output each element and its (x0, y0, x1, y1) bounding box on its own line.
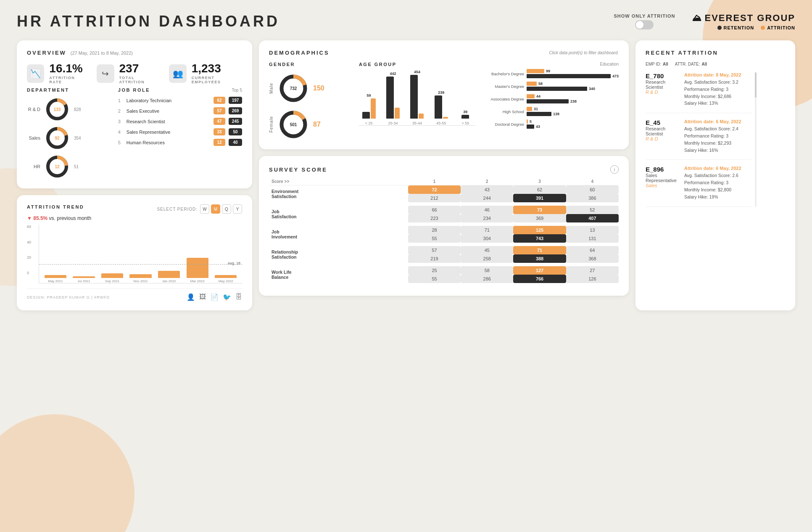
emp-role: Research Scientist (646, 126, 679, 136)
age-25-34: 442 25-34 (383, 71, 403, 125)
footer-icons: 👤 🖼 📄 🐦 🗄 (187, 293, 242, 301)
dept-sales-donut: 92 (45, 125, 70, 151)
survey-cell-total: 219 (408, 254, 461, 263)
y-0: 0 (27, 271, 31, 275)
edu-associates-label: Associates Degree (482, 97, 524, 101)
edu-bachelors-label: Bachelor's Degree (482, 71, 524, 76)
attr-income: Monthly Income: $2,686 (684, 93, 751, 100)
image-icon[interactable]: 🖼 (199, 293, 206, 301)
male-donut: 732 (278, 73, 309, 104)
period-y[interactable]: Y (233, 204, 242, 214)
survey-cell-total: 743 (513, 234, 566, 243)
attrition-toggle[interactable] (635, 20, 654, 29)
edu-associates-dark-bar (527, 99, 569, 103)
age-35-44: 454 35-44 (407, 70, 427, 125)
attrition-list: E_780 Research Scientist R & D Attrition… (646, 72, 753, 207)
legend-retention: RETENTION (717, 25, 754, 30)
attrition-rate-values: 16.1% ATTRITION RATE (49, 63, 87, 84)
total-attrition-value: 237 (119, 63, 159, 74)
edu-highschool-orange-row: 31 (527, 107, 619, 111)
job-role-item: 1 Laboratory Technician 62 197 (118, 97, 242, 104)
jr-attrition: 57 (214, 107, 225, 114)
period-m[interactable]: M (211, 204, 220, 214)
header: HR ATTRITION DASHBOARD SHOW ONLY ATTRITI… (17, 13, 795, 30)
survey-metric-label: Environment Satisfaction (269, 185, 408, 203)
filter-row: EMP ID: All ATTR. DATE: All (646, 62, 785, 66)
edu-title: Education (600, 62, 619, 66)
trend-bar-label: Jul 2021 (77, 279, 90, 283)
bg-decoration-bottom-left (0, 414, 134, 532)
document-icon[interactable]: 📄 (210, 293, 219, 301)
dept-rd-donut: 133 (45, 97, 70, 122)
survey-cell-attrition: 57 (408, 246, 461, 254)
twitter-icon[interactable]: 🐦 (223, 293, 231, 301)
trend-bar-item: Nov 2021 (128, 225, 154, 283)
current-employees-value: 1,233 (192, 63, 242, 74)
gender-title: GENDER (269, 62, 352, 67)
trend-chart-container: 60 40 20 0 Avg. 18 May 2021 Jul 2021 Sep… (39, 225, 242, 283)
job-role-title: JOB ROLE (118, 87, 150, 93)
demo-title: DEMOGRAPHICS (269, 50, 330, 56)
top5-label: Top 5 (232, 88, 242, 93)
edu-bachelors-bars: 99 473 (527, 69, 619, 78)
trend-bar (45, 275, 66, 278)
database-icon[interactable]: 🗄 (235, 293, 242, 301)
job-role-item: 2 Sales Executive 57 269 (118, 107, 242, 114)
main-grid: OVERVIEW (27 May, 2021 to 8 May, 2022) 📉… (17, 40, 795, 310)
survey-cell-attrition: 27 (566, 266, 619, 275)
male-center: 732 (290, 86, 297, 91)
edu-doctoral: Doctoral Degree 5 43 (482, 119, 619, 129)
survey-cell-attrition: 125 (513, 226, 566, 234)
edu-masters-orange-val: 58 (538, 82, 543, 86)
person-icon[interactable]: 👤 (187, 293, 195, 301)
survey-cell-attrition: 71 (513, 246, 566, 254)
trend-bar-item: May 2022 (213, 225, 239, 283)
trend-bar (215, 275, 237, 278)
jr-name: Sales Executive (127, 109, 210, 114)
survey-info-icon[interactable]: i (610, 165, 619, 174)
current-employees-icon: 👥 (169, 64, 186, 83)
attr-income: Monthly Income: $2,800 (684, 186, 751, 193)
retention-dot (717, 26, 722, 30)
gender-male: Male 732 150 (269, 73, 352, 104)
age-35-44-total-label: 454 (414, 70, 420, 74)
edu-bachelors-orange-bar (527, 69, 544, 73)
emp-dept: R & D (646, 136, 679, 141)
survey-cell-attrition: 62 (513, 185, 566, 194)
edu-associates-dark-val: 238 (570, 99, 577, 103)
female-donut: 501 (278, 109, 309, 140)
age-lt25-dark-bar (362, 112, 370, 119)
edu-doctoral-dark-row: 43 (527, 124, 619, 129)
survey-cell-attrition: 60 (566, 185, 619, 194)
survey-cell-attrition: 28 (408, 226, 461, 234)
total-attrition-label: TOTAL ATTRITION (119, 76, 159, 84)
dept-role-row: DEPARTMENT R & D (27, 87, 242, 179)
age-35-44-dark-bar (410, 75, 418, 119)
demo-header: DEMOGRAPHICS Click data point(s) to filt… (269, 50, 619, 56)
trend-bar-label: May 2021 (48, 279, 63, 283)
edu-bachelors-orange-row: 99 (527, 69, 619, 73)
period-w[interactable]: W (200, 204, 209, 214)
jr-attrition: 33 (214, 128, 225, 135)
y-60: 60 (27, 225, 31, 229)
trend-bar-item: Jul 2021 (71, 225, 97, 283)
emp-id: E_896 (646, 166, 679, 173)
survey-cell-total: 407 (566, 214, 619, 222)
attr-satisfaction: Avg. Satisfaction Score: 2.4 (684, 125, 751, 132)
trend-bar-item: Sep 2021 (99, 225, 125, 283)
job-role-item: 3 Research Scientist 47 245 (118, 118, 242, 125)
click-hint: Click data point(s) to filter dashboard. (549, 50, 619, 55)
dept-rd-label: R & D (27, 107, 40, 112)
age-25-34-dark-bar (386, 77, 394, 119)
age-45-55-dark-bar (435, 95, 442, 119)
jr-total: 50 (229, 128, 242, 135)
survey-cell-total: 126 (566, 275, 619, 283)
attrition-item: E_780 Research Scientist R & D Attrition… (646, 72, 751, 113)
period-q[interactable]: Q (222, 204, 231, 214)
female-label: Female (269, 116, 274, 132)
survey-cell-attrition: 52 (566, 206, 619, 214)
attr-performance: Performance Rating: 3 (684, 179, 751, 186)
attr-performance: Performance Rating: 3 (684, 132, 751, 140)
score-col-3: 3 (513, 178, 566, 185)
attrition-item: E_45 Research Scientist R & D Attrition … (646, 119, 751, 160)
